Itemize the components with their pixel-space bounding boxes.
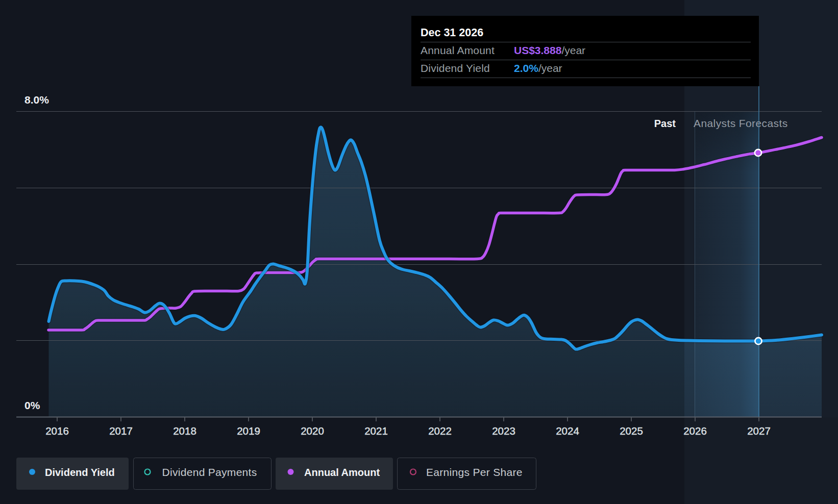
svg-text:2018: 2018 <box>173 425 196 437</box>
svg-text:2016: 2016 <box>45 425 69 437</box>
svg-text:Annual Amount: Annual Amount <box>421 44 495 56</box>
svg-text:Dividend Yield: Dividend Yield <box>45 467 115 478</box>
svg-text:Dec 31 2026: Dec 31 2026 <box>421 27 483 39</box>
svg-text:8.0%: 8.0% <box>24 94 49 106</box>
svg-text:Analysts Forecasts: Analysts Forecasts <box>694 117 788 129</box>
svg-text:Annual Amount: Annual Amount <box>304 467 380 478</box>
svg-text:0%: 0% <box>24 399 40 411</box>
svg-text:2.0%/year: 2.0%/year <box>514 62 562 74</box>
svg-text:2023: 2023 <box>492 425 515 437</box>
svg-text:2025: 2025 <box>620 425 643 437</box>
svg-text:US$3.888/year: US$3.888/year <box>514 44 585 56</box>
svg-text:Dividend Payments: Dividend Payments <box>162 466 257 478</box>
svg-text:Past: Past <box>654 118 676 129</box>
svg-text:Earnings Per Share: Earnings Per Share <box>426 466 523 478</box>
svg-text:Dividend Yield: Dividend Yield <box>421 62 490 74</box>
svg-text:2019: 2019 <box>237 425 260 437</box>
svg-text:2022: 2022 <box>428 425 452 437</box>
svg-text:2024: 2024 <box>556 425 579 437</box>
svg-text:2020: 2020 <box>301 425 324 437</box>
svg-text:2026: 2026 <box>683 425 707 437</box>
svg-text:2027: 2027 <box>747 425 771 437</box>
svg-text:2017: 2017 <box>109 425 133 437</box>
svg-text:2021: 2021 <box>364 425 388 437</box>
